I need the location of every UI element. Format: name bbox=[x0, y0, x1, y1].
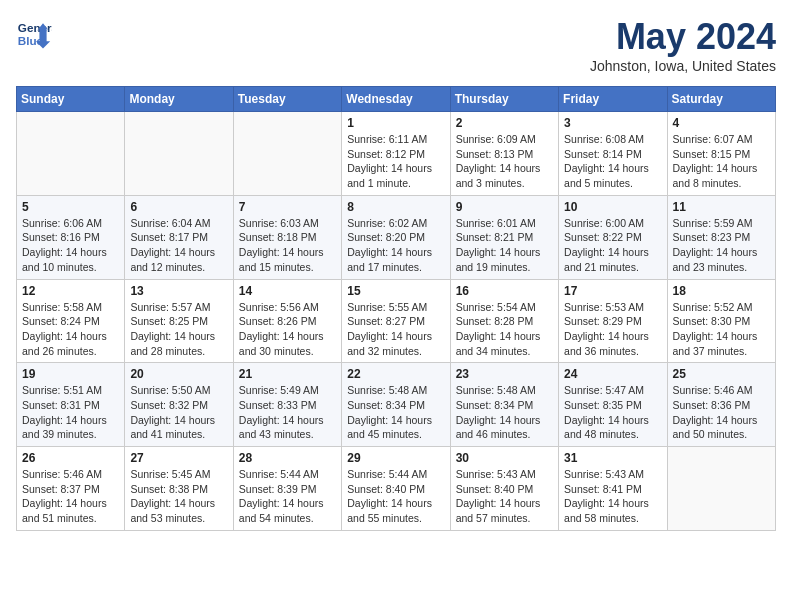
day-number: 30 bbox=[456, 451, 553, 465]
day-number: 22 bbox=[347, 367, 444, 381]
calendar-cell: 13Sunrise: 5:57 AMSunset: 8:25 PMDayligh… bbox=[125, 279, 233, 363]
day-number: 11 bbox=[673, 200, 770, 214]
day-number: 21 bbox=[239, 367, 336, 381]
calendar-cell: 6Sunrise: 6:04 AMSunset: 8:17 PMDaylight… bbox=[125, 195, 233, 279]
day-detail: Sunrise: 5:50 AMSunset: 8:32 PMDaylight:… bbox=[130, 383, 227, 442]
weekday-header: Monday bbox=[125, 87, 233, 112]
day-number: 17 bbox=[564, 284, 661, 298]
calendar-table: SundayMondayTuesdayWednesdayThursdayFrid… bbox=[16, 86, 776, 531]
svg-text:General: General bbox=[18, 21, 52, 34]
calendar-week-row: 1Sunrise: 6:11 AMSunset: 8:12 PMDaylight… bbox=[17, 112, 776, 196]
day-number: 23 bbox=[456, 367, 553, 381]
calendar-cell: 26Sunrise: 5:46 AMSunset: 8:37 PMDayligh… bbox=[17, 447, 125, 531]
day-detail: Sunrise: 5:58 AMSunset: 8:24 PMDaylight:… bbox=[22, 300, 119, 359]
day-detail: Sunrise: 6:02 AMSunset: 8:20 PMDaylight:… bbox=[347, 216, 444, 275]
day-detail: Sunrise: 5:48 AMSunset: 8:34 PMDaylight:… bbox=[456, 383, 553, 442]
day-detail: Sunrise: 5:43 AMSunset: 8:41 PMDaylight:… bbox=[564, 467, 661, 526]
location: Johnston, Iowa, United States bbox=[590, 58, 776, 74]
calendar-cell bbox=[667, 447, 775, 531]
calendar-cell: 4Sunrise: 6:07 AMSunset: 8:15 PMDaylight… bbox=[667, 112, 775, 196]
day-detail: Sunrise: 5:43 AMSunset: 8:40 PMDaylight:… bbox=[456, 467, 553, 526]
calendar-week-row: 26Sunrise: 5:46 AMSunset: 8:37 PMDayligh… bbox=[17, 447, 776, 531]
day-detail: Sunrise: 5:46 AMSunset: 8:36 PMDaylight:… bbox=[673, 383, 770, 442]
day-number: 2 bbox=[456, 116, 553, 130]
day-number: 9 bbox=[456, 200, 553, 214]
weekday-header: Tuesday bbox=[233, 87, 341, 112]
calendar-cell: 21Sunrise: 5:49 AMSunset: 8:33 PMDayligh… bbox=[233, 363, 341, 447]
calendar-cell: 3Sunrise: 6:08 AMSunset: 8:14 PMDaylight… bbox=[559, 112, 667, 196]
day-number: 8 bbox=[347, 200, 444, 214]
calendar-cell: 7Sunrise: 6:03 AMSunset: 8:18 PMDaylight… bbox=[233, 195, 341, 279]
calendar-cell: 17Sunrise: 5:53 AMSunset: 8:29 PMDayligh… bbox=[559, 279, 667, 363]
day-detail: Sunrise: 6:09 AMSunset: 8:13 PMDaylight:… bbox=[456, 132, 553, 191]
calendar-cell: 24Sunrise: 5:47 AMSunset: 8:35 PMDayligh… bbox=[559, 363, 667, 447]
day-detail: Sunrise: 5:44 AMSunset: 8:40 PMDaylight:… bbox=[347, 467, 444, 526]
calendar-cell: 1Sunrise: 6:11 AMSunset: 8:12 PMDaylight… bbox=[342, 112, 450, 196]
calendar-cell: 14Sunrise: 5:56 AMSunset: 8:26 PMDayligh… bbox=[233, 279, 341, 363]
day-number: 5 bbox=[22, 200, 119, 214]
logo-icon: General Blue bbox=[16, 16, 52, 52]
day-number: 12 bbox=[22, 284, 119, 298]
day-detail: Sunrise: 5:46 AMSunset: 8:37 PMDaylight:… bbox=[22, 467, 119, 526]
day-number: 31 bbox=[564, 451, 661, 465]
calendar-cell: 25Sunrise: 5:46 AMSunset: 8:36 PMDayligh… bbox=[667, 363, 775, 447]
day-number: 19 bbox=[22, 367, 119, 381]
day-detail: Sunrise: 5:45 AMSunset: 8:38 PMDaylight:… bbox=[130, 467, 227, 526]
calendar-cell: 2Sunrise: 6:09 AMSunset: 8:13 PMDaylight… bbox=[450, 112, 558, 196]
day-number: 20 bbox=[130, 367, 227, 381]
title-block: May 2024 Johnston, Iowa, United States bbox=[590, 16, 776, 74]
weekday-header: Sunday bbox=[17, 87, 125, 112]
calendar-cell: 22Sunrise: 5:48 AMSunset: 8:34 PMDayligh… bbox=[342, 363, 450, 447]
day-number: 18 bbox=[673, 284, 770, 298]
calendar-cell bbox=[17, 112, 125, 196]
calendar-cell bbox=[233, 112, 341, 196]
weekday-header: Saturday bbox=[667, 87, 775, 112]
calendar-cell: 11Sunrise: 5:59 AMSunset: 8:23 PMDayligh… bbox=[667, 195, 775, 279]
day-detail: Sunrise: 5:59 AMSunset: 8:23 PMDaylight:… bbox=[673, 216, 770, 275]
day-detail: Sunrise: 6:00 AMSunset: 8:22 PMDaylight:… bbox=[564, 216, 661, 275]
calendar-cell: 27Sunrise: 5:45 AMSunset: 8:38 PMDayligh… bbox=[125, 447, 233, 531]
day-number: 25 bbox=[673, 367, 770, 381]
calendar-cell: 9Sunrise: 6:01 AMSunset: 8:21 PMDaylight… bbox=[450, 195, 558, 279]
day-detail: Sunrise: 5:55 AMSunset: 8:27 PMDaylight:… bbox=[347, 300, 444, 359]
weekday-header: Friday bbox=[559, 87, 667, 112]
day-number: 3 bbox=[564, 116, 661, 130]
day-detail: Sunrise: 5:44 AMSunset: 8:39 PMDaylight:… bbox=[239, 467, 336, 526]
calendar-cell: 12Sunrise: 5:58 AMSunset: 8:24 PMDayligh… bbox=[17, 279, 125, 363]
day-detail: Sunrise: 5:57 AMSunset: 8:25 PMDaylight:… bbox=[130, 300, 227, 359]
calendar-cell bbox=[125, 112, 233, 196]
day-detail: Sunrise: 5:53 AMSunset: 8:29 PMDaylight:… bbox=[564, 300, 661, 359]
day-number: 10 bbox=[564, 200, 661, 214]
day-detail: Sunrise: 6:04 AMSunset: 8:17 PMDaylight:… bbox=[130, 216, 227, 275]
day-number: 29 bbox=[347, 451, 444, 465]
calendar-header-row: SundayMondayTuesdayWednesdayThursdayFrid… bbox=[17, 87, 776, 112]
calendar-cell: 29Sunrise: 5:44 AMSunset: 8:40 PMDayligh… bbox=[342, 447, 450, 531]
calendar-cell: 30Sunrise: 5:43 AMSunset: 8:40 PMDayligh… bbox=[450, 447, 558, 531]
day-detail: Sunrise: 5:51 AMSunset: 8:31 PMDaylight:… bbox=[22, 383, 119, 442]
calendar-cell: 16Sunrise: 5:54 AMSunset: 8:28 PMDayligh… bbox=[450, 279, 558, 363]
day-number: 16 bbox=[456, 284, 553, 298]
day-number: 24 bbox=[564, 367, 661, 381]
calendar-cell: 19Sunrise: 5:51 AMSunset: 8:31 PMDayligh… bbox=[17, 363, 125, 447]
day-detail: Sunrise: 5:56 AMSunset: 8:26 PMDaylight:… bbox=[239, 300, 336, 359]
calendar-cell: 5Sunrise: 6:06 AMSunset: 8:16 PMDaylight… bbox=[17, 195, 125, 279]
day-detail: Sunrise: 5:47 AMSunset: 8:35 PMDaylight:… bbox=[564, 383, 661, 442]
day-detail: Sunrise: 5:54 AMSunset: 8:28 PMDaylight:… bbox=[456, 300, 553, 359]
calendar-cell: 10Sunrise: 6:00 AMSunset: 8:22 PMDayligh… bbox=[559, 195, 667, 279]
day-number: 26 bbox=[22, 451, 119, 465]
day-detail: Sunrise: 6:08 AMSunset: 8:14 PMDaylight:… bbox=[564, 132, 661, 191]
day-detail: Sunrise: 6:11 AMSunset: 8:12 PMDaylight:… bbox=[347, 132, 444, 191]
calendar-cell: 31Sunrise: 5:43 AMSunset: 8:41 PMDayligh… bbox=[559, 447, 667, 531]
day-detail: Sunrise: 6:07 AMSunset: 8:15 PMDaylight:… bbox=[673, 132, 770, 191]
day-number: 4 bbox=[673, 116, 770, 130]
day-number: 28 bbox=[239, 451, 336, 465]
day-detail: Sunrise: 6:01 AMSunset: 8:21 PMDaylight:… bbox=[456, 216, 553, 275]
calendar-cell: 28Sunrise: 5:44 AMSunset: 8:39 PMDayligh… bbox=[233, 447, 341, 531]
calendar-cell: 18Sunrise: 5:52 AMSunset: 8:30 PMDayligh… bbox=[667, 279, 775, 363]
page-header: General Blue May 2024 Johnston, Iowa, Un… bbox=[16, 16, 776, 74]
calendar-cell: 20Sunrise: 5:50 AMSunset: 8:32 PMDayligh… bbox=[125, 363, 233, 447]
weekday-header: Thursday bbox=[450, 87, 558, 112]
day-detail: Sunrise: 6:06 AMSunset: 8:16 PMDaylight:… bbox=[22, 216, 119, 275]
logo: General Blue bbox=[16, 16, 52, 52]
day-number: 27 bbox=[130, 451, 227, 465]
